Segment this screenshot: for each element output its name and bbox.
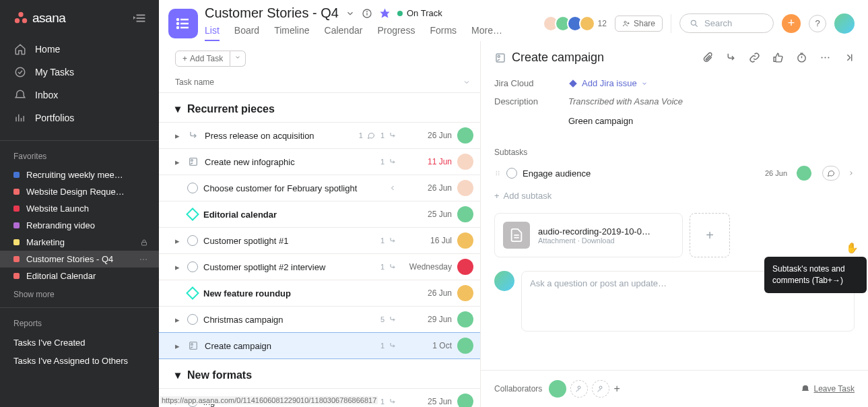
- task-row[interactable]: ▸Press release on acquisition1126 Jun: [159, 122, 480, 148]
- add-collaborator-plus[interactable]: +: [613, 383, 620, 395]
- task-row[interactable]: ▸Create new infographic111 Jun: [159, 148, 480, 175]
- drag-handle-icon[interactable]: [494, 168, 501, 178]
- tab[interactable]: Progress: [377, 25, 415, 41]
- task-row[interactable]: ▸Customer spotlight #1116 Jul: [159, 227, 480, 253]
- complete-check[interactable]: [187, 314, 198, 325]
- add-collaborator[interactable]: [592, 380, 609, 398]
- sidebar-favorite[interactable]: Editorial Calendar: [0, 268, 159, 284]
- section-caret[interactable]: ▾: [175, 369, 180, 381]
- expand-caret[interactable]: ▸: [175, 236, 182, 246]
- link-icon[interactable]: [749, 52, 760, 63]
- sidebar-favorite[interactable]: Rebranding video: [0, 217, 159, 234]
- help-button[interactable]: ?: [809, 15, 826, 32]
- nav-inbox[interactable]: Inbox: [0, 84, 159, 106]
- task-row[interactable]: ▸Choose customer for February spotlight2…: [159, 175, 480, 201]
- task-row[interactable]: ▸Editorial calendar25 Jun: [159, 201, 480, 227]
- complete-check[interactable]: [187, 183, 198, 193]
- assignee-avatar[interactable]: [457, 338, 473, 354]
- add-collaborator[interactable]: [570, 380, 588, 398]
- timer-icon[interactable]: [796, 52, 807, 63]
- sidebar-report[interactable]: Tasks I've Assigned to Others: [0, 352, 159, 370]
- attachment-card[interactable]: audio-recording-2019-10-0… Attachment · …: [494, 213, 683, 257]
- sidebar-favorite[interactable]: Marketing: [0, 234, 159, 251]
- info-icon[interactable]: [362, 8, 372, 19]
- task-row[interactable]: ▸New feature roundup26 Jun: [159, 280, 480, 306]
- assignee-avatar[interactable]: [457, 259, 473, 275]
- like-icon[interactable]: [772, 52, 784, 63]
- complete-check[interactable]: [187, 261, 198, 272]
- chevron-right-icon[interactable]: [848, 170, 855, 177]
- tab[interactable]: Timeline: [274, 25, 309, 41]
- leave-task[interactable]: Leave Task: [801, 384, 855, 394]
- assignee-avatar[interactable]: [457, 394, 473, 407]
- milestone-icon[interactable]: [186, 208, 199, 221]
- tab[interactable]: More…: [471, 25, 502, 41]
- add-attachment[interactable]: +: [690, 213, 730, 257]
- open-subtask-button[interactable]: [822, 166, 840, 181]
- more-icon[interactable]: [139, 255, 148, 264]
- task-row[interactable]: ▸Customer spotlight #2 interview1Wednesd…: [159, 253, 480, 280]
- section-header[interactable]: ▾New formats: [159, 359, 480, 388]
- project-title[interactable]: Customer Stories - Q4: [205, 5, 339, 21]
- search-input[interactable]: Search: [679, 13, 774, 33]
- profile-avatar[interactable]: [834, 13, 855, 34]
- section-header[interactable]: ▾Recurrent pieces: [159, 93, 480, 122]
- add-task-button[interactable]: + Add Task: [175, 51, 230, 67]
- show-more[interactable]: Show more: [0, 284, 159, 305]
- complete-check[interactable]: [506, 168, 517, 179]
- star-icon[interactable]: [379, 7, 391, 19]
- assignee-avatar[interactable]: [797, 166, 811, 181]
- more-icon[interactable]: [820, 52, 831, 63]
- member-avatars[interactable]: 12: [543, 15, 607, 32]
- main: Customer Stories - Q4 On Track ListBoard…: [159, 0, 868, 407]
- add-subtask[interactable]: + Add subtask: [494, 185, 855, 213]
- assignee-avatar[interactable]: [457, 285, 473, 301]
- sidebar-favorite[interactable]: Recruiting weekly mee…: [0, 166, 159, 183]
- sidebar-favorite[interactable]: Website Launch: [0, 200, 159, 217]
- section-caret[interactable]: ▾: [175, 102, 180, 115]
- expand-caret[interactable]: ▸: [175, 262, 182, 272]
- assignee-avatar[interactable]: [457, 232, 473, 249]
- assignee-avatar[interactable]: [457, 154, 473, 170]
- svg-point-43: [496, 171, 498, 173]
- project-icon[interactable]: [168, 9, 198, 38]
- sidebar-report[interactable]: Tasks I've Created: [0, 334, 159, 352]
- complete-check[interactable]: [187, 235, 198, 246]
- subtask-icon[interactable]: [725, 52, 737, 63]
- tab[interactable]: Forms: [430, 25, 457, 41]
- milestone-icon[interactable]: [186, 286, 199, 300]
- expand-caret[interactable]: ▸: [175, 157, 182, 167]
- assignee-avatar[interactable]: [457, 180, 473, 196]
- nav-portfolios[interactable]: Portfolios: [0, 106, 159, 129]
- close-pane-icon[interactable]: [843, 52, 855, 63]
- nav-my-tasks[interactable]: My Tasks: [0, 61, 159, 84]
- svg-line-29: [696, 24, 698, 26]
- chevron-down-icon[interactable]: [345, 9, 355, 18]
- description-body[interactable]: Green campaign: [568, 116, 683, 126]
- sidebar-favorite[interactable]: Website Design Reque…: [0, 183, 159, 200]
- sidebar-favorite[interactable]: Customer Stories - Q4: [0, 251, 159, 268]
- tab[interactable]: List: [205, 25, 220, 41]
- attach-icon[interactable]: [702, 52, 713, 63]
- subtask-row[interactable]: Engage audience26 Jun: [494, 161, 855, 185]
- tab[interactable]: Board: [234, 25, 259, 41]
- expand-caret[interactable]: ▸: [175, 315, 182, 325]
- assignee-avatar[interactable]: [457, 311, 473, 327]
- share-button[interactable]: Share: [615, 15, 663, 32]
- nav-home[interactable]: Home: [0, 38, 159, 61]
- brand-logo[interactable]: asana: [13, 11, 65, 26]
- assignee-avatar[interactable]: [457, 127, 473, 144]
- tab[interactable]: Calendar: [325, 25, 363, 41]
- task-row[interactable]: ▸Christmas campaign529 Jun: [159, 306, 480, 332]
- task-row[interactable]: ▸Create campaign11 Oct: [159, 332, 480, 359]
- status-pill[interactable]: On Track: [397, 8, 442, 18]
- global-add-button[interactable]: +: [782, 14, 801, 33]
- add-jira-issue[interactable]: Add Jira issue: [568, 78, 648, 88]
- collapse-sidebar-icon[interactable]: [133, 11, 148, 26]
- svg-point-1: [15, 18, 20, 23]
- collaborator-avatar[interactable]: [549, 380, 566, 398]
- expand-caret[interactable]: ▸: [175, 341, 182, 351]
- assignee-avatar[interactable]: [457, 206, 473, 222]
- expand-caret[interactable]: ▸: [175, 131, 182, 141]
- add-task-dropdown[interactable]: [230, 51, 246, 67]
